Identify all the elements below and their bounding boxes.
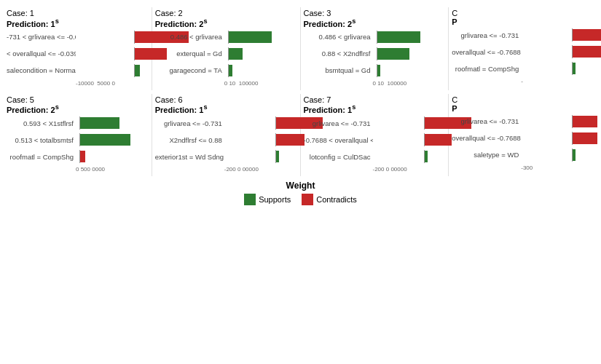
case6-pred-label: Prediction: 1s — [155, 106, 208, 114]
case5-feature-1: 0.593 < X1stflrsf — [7, 116, 149, 130]
case1-case-label: Case: 1 — [7, 9, 34, 17]
case6-feat3-label: exterior1st = Wd Sdng — [155, 153, 224, 161]
case6-feat2-label: X2ndflrsf <= 0.88 — [155, 136, 224, 144]
case7-case-label: Case: 7 — [304, 95, 331, 104]
case5-feat2-label: 0.513 < totalbsmtsf — [7, 136, 76, 144]
case3-feat3-label: bsmtqual = Gd — [304, 66, 373, 74]
case4-axis-labels: - — [452, 78, 594, 84]
case2-feat2-bar — [228, 48, 243, 60]
case7-feat2-bar — [424, 134, 452, 146]
case5-feat3-label: roofmatl = CompShg — [7, 153, 76, 161]
case5-feat3-bar-area — [76, 150, 149, 163]
case2-feat2-label: exterqual = Gd — [155, 50, 224, 58]
case6-zero-line3 — [275, 150, 276, 163]
case7-features: grlivarea <= -0.731 -0.7688 < overallqua… — [304, 116, 446, 164]
case8-title: C P — [452, 95, 594, 113]
case5-feat2-bar-area — [76, 133, 149, 146]
case2-feat2-bar-area — [224, 47, 297, 60]
case1-zero-line3 — [134, 64, 135, 77]
case1-feat3-label: salecondition = Normal — [7, 66, 76, 74]
case3-feature-1: 0.486 < grlivarea — [304, 30, 446, 44]
case7-feat3-bar-area — [373, 150, 446, 163]
case8-axis-labels: -300 — [452, 165, 594, 171]
case5-pred-label: Prediction: 2s — [7, 106, 59, 114]
case4-features: grlivarea <= -0.731 overallqual <= -0.76… — [452, 28, 594, 76]
case1-feat1-label: -731 < grlivarea <= -0.094 — [7, 33, 76, 41]
weight-label: Weight — [4, 181, 597, 191]
case4-zero-line3 — [572, 62, 573, 75]
case8-feat2-label: overallqual <= -0.7688 — [452, 134, 521, 142]
case6-feat1-bar-area — [224, 116, 297, 130]
case3-pred-label: Prediction: 2s — [304, 20, 356, 28]
case8-feature-3: saletype = WD — [452, 148, 594, 162]
case1-zero-line — [134, 31, 135, 44]
case7-zero-line — [424, 116, 425, 130]
case8-zero-line2 — [572, 132, 573, 145]
case8-feat2-bar — [572, 132, 597, 144]
case8-zero-line — [572, 115, 573, 128]
case3-feat1-label: 0.486 < grlivarea — [304, 33, 373, 41]
case7-pred-label: Prediction: 1s — [304, 106, 356, 114]
case4-case-label: C — [452, 9, 457, 17]
case3-feat3-bar-area — [373, 64, 446, 77]
case8-feat1-label: grlivarea <= -0.731 — [452, 117, 521, 125]
case8-feature-1: grlivarea <= -0.731 — [452, 114, 594, 129]
case1-feat2-bar-area — [76, 47, 149, 60]
case7-feat2-bar-area — [373, 133, 446, 146]
case3-zero-line3 — [377, 64, 377, 77]
case7-feature-1: grlivarea <= -0.731 — [304, 116, 446, 130]
case4-zero-line — [572, 28, 573, 41]
case1-feature-1: -731 < grlivarea <= -0.094 — [7, 30, 149, 44]
case7-zero-line2 — [424, 133, 425, 146]
case3-zero-line2 — [377, 47, 377, 60]
case3-zero-line — [377, 31, 377, 44]
case5-zero-line — [79, 116, 80, 130]
case6-title: Case: 6 Prediction: 1s — [155, 95, 297, 115]
case6-feat1-label: grlivarea <= -0.731 — [155, 119, 224, 127]
case1-pred-label: Prediction: 1s — [7, 20, 59, 28]
case7-feat1-bar-area — [373, 116, 446, 130]
case1-axis-labels: -10000 5000 0 — [7, 80, 149, 87]
case2-feature-1: 0.486 < grlivarea — [155, 30, 297, 44]
case4-feature-3: roofmatl = CompShg — [452, 61, 594, 76]
case2-features: 0.486 < grlivarea exterqual = Gd — [155, 30, 297, 78]
case3-title: Case: 3 Prediction: 2s — [304, 9, 446, 28]
case7-axis-labels: -200 0 00000 — [304, 166, 446, 173]
case2-zero-line2 — [228, 47, 229, 60]
case8-features: grlivarea <= -0.731 overallqual <= -0.76… — [452, 114, 594, 162]
panel-case4: C P grlivarea <= -0.731 overallqual <= -… — [449, 7, 597, 90]
case5-feat1-bar-area — [76, 116, 149, 130]
case2-feat3-label: garagecond = TA — [155, 66, 224, 74]
case1-zero-line2 — [134, 47, 135, 60]
legend: Supports Contradicts — [4, 194, 597, 205]
case2-zero-line — [228, 31, 229, 44]
case6-features: grlivarea <= -0.731 X2ndflrsf <= 0.88 — [155, 116, 297, 164]
panel-case5: Case: 5 Prediction: 2s 0.593 < X1stflrsf… — [4, 94, 152, 177]
case1-feat2-label: < overallqual <= -0.0399 — [7, 50, 76, 58]
case5-feat1-bar — [79, 117, 119, 129]
case5-axis-labels: 0 500 0000 — [7, 166, 149, 173]
case3-feature-3: bsmtqual = Gd — [304, 63, 446, 78]
case8-feat1-bar — [572, 116, 597, 127]
case1-feature-3: salecondition = Normal — [7, 63, 149, 78]
case2-feat1-bar — [228, 31, 272, 43]
case2-title: Case: 2 Prediction: 2s — [155, 9, 297, 28]
case3-feat2-label: 0.88 < X2ndflrsf — [304, 50, 373, 58]
panel-case3: Case: 3 Prediction: 2s 0.486 < grlivarea… — [301, 7, 449, 90]
case8-zero-line3 — [572, 149, 573, 162]
case6-zero-line — [275, 116, 276, 130]
case7-feature-2: -0.7688 < overallqual <= -0.0399 — [304, 132, 446, 147]
case5-feat2-bar — [79, 134, 130, 146]
case1-feat3-bar-area — [76, 64, 149, 77]
supports-box — [244, 194, 256, 205]
case5-feature-3: roofmatl = CompShg — [7, 149, 149, 164]
case7-feat3-label: lotconfig = CulDSac — [304, 153, 373, 161]
case8-feature-2: overallqual <= -0.7688 — [452, 131, 594, 146]
case2-feat1-label: 0.486 < grlivarea — [155, 33, 224, 41]
case3-axis-labels: 0 10 100000 — [304, 80, 446, 87]
case4-feat2-bar-area — [521, 45, 594, 58]
case3-features: 0.486 < grlivarea 0.88 < X2ndflrsf — [304, 30, 446, 78]
case5-case-label: Case: 5 — [7, 95, 34, 104]
case8-case-label: C — [452, 95, 457, 104]
case4-feature-1: grlivarea <= -0.731 — [452, 28, 594, 42]
